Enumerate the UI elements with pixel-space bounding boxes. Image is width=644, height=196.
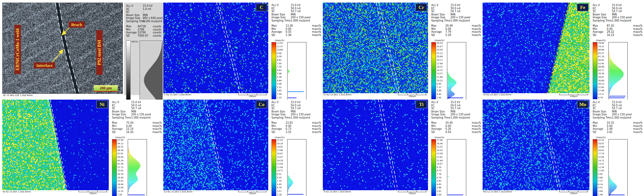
param-value: 200 x 150 pixel [612, 113, 643, 116]
param-value: - [143, 11, 162, 14]
stat-label: SD [593, 131, 607, 134]
param-value: 15.0 kV [612, 101, 643, 104]
param-label: Acc.V [593, 101, 612, 104]
stat-unit: counts [149, 34, 162, 38]
colorbar-tick: 5.96 [277, 73, 287, 75]
stat-unit: mass% [299, 128, 322, 131]
stat-row: Average2.48mass% [593, 128, 643, 131]
param-value: 1.000 ms/point [291, 19, 322, 22]
colorbar-tick: 2.65 [277, 90, 287, 92]
param-row: SC54.7 nA [593, 107, 643, 110]
cr-acquisition-params: Acc.V15.0 kVEC50.0 nASC54.7 nABeam SizeM… [431, 4, 482, 22]
colorbar-tick: 21.43 [277, 139, 287, 141]
ni-mass-stats: Max75.44mass%Min0.00mass%Average15.14mas… [112, 121, 163, 134]
colorbar-tick: 16.67 [277, 153, 287, 155]
stat-unit: counts [149, 25, 162, 28]
rainbow-colorbar [431, 139, 436, 196]
mo-mass-stats: Max24.55mass%Min0.00mass%Average2.48mass… [593, 121, 643, 134]
colorbar-tick: 8.74 [598, 97, 608, 99]
mo-histogram [608, 139, 628, 196]
param-value: MIN [131, 110, 163, 113]
colorbar-tick: 2.46 [598, 194, 608, 196]
param-value: 200 x 150 pixel [131, 113, 163, 116]
stat-unit: mass% [299, 24, 322, 28]
stat-label: Max [271, 121, 286, 125]
colorbar-tick: 49.04 [117, 156, 127, 158]
sem-image: ERNiCrCoMo-1 weld P92 steel BM Beach Int… [2, 3, 123, 94]
stat-label: Max [126, 25, 138, 28]
colorbar-tick: 15.52 [437, 146, 446, 148]
stat-label: Max [593, 121, 607, 125]
param-label: Sampling Time [112, 116, 131, 120]
stat-label: Average [431, 31, 445, 34]
param-value: 54.7 nA [451, 107, 482, 110]
colorbar-tick: 15.47 [277, 156, 287, 158]
colorbar-tick: 7.37 [437, 86, 446, 89]
scale-bar-label: 200μm [249, 95, 256, 98]
param-label: SC [431, 107, 451, 110]
colorbar-tick: 22.10 [598, 139, 608, 141]
ni-map-canvas [2, 100, 109, 190]
map-panel-c: C C Ka 15.0kV 1.0x0.8mm 200μm Acc.V15.0 … [163, 3, 323, 98]
colorbar-tick: 37.72 [117, 166, 127, 169]
c-info-panel: Acc.V15.0 kVEC50.0 nASC54.7 nABeam SizeM… [270, 3, 323, 100]
param-value: 200 x 150 pixel [612, 16, 643, 19]
stat-label: Average [431, 128, 445, 131]
stat-unit: mass% [620, 125, 643, 128]
param-label: Image Size [593, 113, 612, 116]
co-map-canvas [163, 100, 268, 190]
co-acquisition-params: Acc.V15.0 kVEC50.0 nASC54.7 nABeam SizeM… [271, 101, 322, 119]
ti-symbol-text: Ti [419, 102, 424, 107]
colorbar-tick: 20.64 [437, 56, 446, 58]
colorbar-tick: 19.05 [277, 146, 287, 148]
stat-unit: mass% [459, 131, 482, 134]
stat-value: 0.00 [286, 28, 299, 31]
stat-label: Max [431, 121, 445, 125]
param-label: EC [271, 104, 291, 107]
param-row: Image Size200 x 150 pixel [593, 113, 643, 116]
stat-value: 0.00 [607, 28, 620, 31]
stat-value: 0.00 [286, 125, 299, 128]
stat-value: 0.00 [445, 28, 459, 31]
sem-grayscale-block: 49151 [126, 40, 162, 104]
rainbow-colorbar [431, 42, 436, 99]
param-row: SC1.0 nA [126, 8, 162, 11]
param-label: Sampling Time [431, 19, 451, 22]
stat-value: 75.44 [126, 121, 140, 125]
map-scale-bar: 200μm [559, 191, 588, 195]
param-row: Sampling Time1.000 ms/point [112, 116, 163, 120]
c-footer-text: C Ka 15.0kV 1.0x0.8mm [164, 94, 191, 96]
stat-unit: mass% [140, 121, 163, 125]
param-row: SC54.7 nA [431, 10, 482, 13]
colorbar-tick: 17.48 [598, 90, 608, 92]
colorbar-tick: 11.90 [277, 166, 287, 169]
stat-value: 7.79 [445, 31, 459, 34]
ni-element-label: Ni [96, 101, 108, 108]
param-row: Image Size200 x 150 pixel [593, 16, 643, 19]
colorbar-tick: 19.64 [598, 146, 608, 148]
param-value: 15.0 kV [131, 101, 163, 104]
rainbow-colorbar [112, 139, 117, 196]
ti-element-label: Ti [416, 101, 427, 108]
co-footer-text: Co Ka 15.0kV 1.0x0.8mm [164, 191, 193, 193]
colorbar-unit-title: (mass%) [275, 39, 322, 42]
param-value: 15.0 kV [451, 101, 482, 104]
param-row: Image Size200 x 150 pixel [271, 113, 322, 116]
param-label: Beam Size [271, 13, 291, 16]
colorbar-tick: 12.61 [437, 156, 446, 158]
param-row: Beam SizeMIN [431, 110, 482, 113]
param-row: Beam SizeMIN [271, 13, 322, 16]
stat-label: Max [112, 121, 126, 125]
fe-histogram [608, 42, 628, 100]
map-scale-bar: 200μm [238, 191, 267, 195]
param-value: 50.0 nA [612, 104, 643, 107]
param-label: SC [593, 107, 612, 110]
param-value: 15.0 kV [291, 4, 322, 7]
colorbar-tick: 23.59 [437, 49, 446, 51]
colorbar-tick: 13.09 [277, 163, 287, 165]
stat-label: Min [593, 125, 607, 128]
param-row: EC50.0 nA [593, 104, 643, 107]
colorbar-tick: 61.19 [598, 56, 608, 58]
colorbar-tick: 34.97 [598, 76, 608, 78]
param-label: Sampling Time [431, 116, 451, 120]
